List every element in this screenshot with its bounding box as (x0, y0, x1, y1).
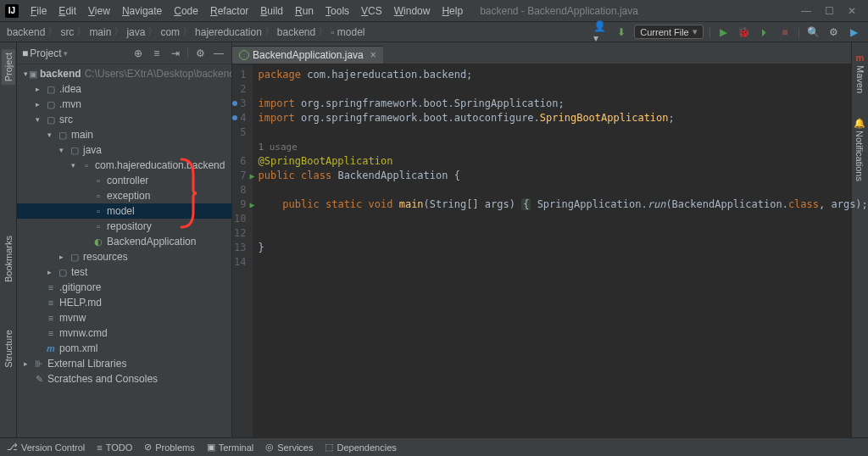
code-line[interactable] (258, 212, 868, 226)
hide-sidebar-icon[interactable]: — (211, 46, 226, 61)
todo-statusbar[interactable]: ≡ TODO (97, 442, 132, 453)
editor-code[interactable]: package com.hajereducation.backend; impo… (253, 64, 868, 437)
tree-item-scratches-and-consoles[interactable]: ✎Scratches and Consoles (17, 371, 231, 386)
chevron-right-icon[interactable]: ▸ (36, 100, 44, 108)
code-line[interactable] (258, 183, 868, 197)
select-target-icon[interactable]: ⊕ (131, 46, 146, 61)
tree-item--gitignore[interactable]: ≡.gitignore (17, 280, 231, 295)
settings-icon[interactable]: ⚙ (826, 25, 841, 40)
tree-item-java[interactable]: ▾▢java (17, 142, 231, 158)
tree-item-main[interactable]: ▾▢main (17, 127, 231, 142)
project-tree[interactable]: ▾▣backend C:\Users\EXtrA\Desktop\backend… (17, 64, 231, 437)
collapse-all-icon[interactable]: ⇥ (168, 46, 183, 61)
editor-gutter[interactable]: 12345 67▶89▶10121314 (232, 64, 253, 437)
code-line[interactable] (258, 125, 868, 140)
gutter-line[interactable]: 9▶ (234, 197, 246, 212)
chevron-right-icon[interactable]: ▸ (36, 85, 44, 93)
run-config-select[interactable]: Current File ▾ (634, 25, 703, 39)
chevron-right-icon[interactable]: ▸ (47, 268, 56, 276)
breadcrumb-java[interactable]: java (126, 26, 145, 38)
bookmarks-tool-tab[interactable]: Bookmarks (2, 232, 15, 286)
tree-item-src[interactable]: ▾▢src (17, 112, 231, 127)
menu-refactor[interactable]: Refactor (205, 3, 253, 19)
menu-file[interactable]: File (25, 3, 52, 19)
tree-item-resources[interactable]: ▸▢resources (17, 249, 231, 264)
code-line[interactable]: } (258, 241, 868, 255)
chevron-down-icon[interactable]: ▾ (24, 70, 28, 78)
code-line[interactable]: public class BackendApplication { (258, 169, 868, 183)
vcs-statusbar[interactable]: ⎇Version Control (7, 442, 85, 453)
breadcrumb-com[interactable]: com (160, 26, 180, 38)
gutter-line[interactable]: 12 (234, 226, 246, 241)
minimize-icon[interactable]: — (801, 5, 811, 17)
code-line[interactable]: public static void main(String[] args) {… (258, 197, 868, 212)
tree-item-repository[interactable]: ▫repository (17, 219, 231, 234)
code-line[interactable] (258, 255, 868, 270)
tab-close-icon[interactable]: × (370, 49, 376, 61)
tree-item-com-hajereducation-backend[interactable]: ▾▫com.hajereducation.backend (17, 158, 231, 173)
gutter-line[interactable]: 8 (234, 183, 246, 197)
gutter-indicator-icon[interactable] (232, 115, 237, 120)
editor-tab-active[interactable]: BackendApplication.java × (232, 46, 383, 64)
tree-item-mvnw[interactable]: ≡mvnw (17, 310, 231, 325)
tree-item-exception[interactable]: ▫exception (17, 188, 231, 203)
code-line[interactable]: import org.springframework.boot.autoconf… (258, 111, 868, 125)
more-run-icon[interactable]: ⏵ (757, 25, 772, 40)
project-tool-tab[interactable]: Project (2, 49, 15, 85)
chevron-right-icon[interactable]: ▸ (24, 359, 32, 368)
gutter-line[interactable]: 2 (234, 82, 246, 97)
tree-item-help-md[interactable]: ≡HELP.md (17, 295, 231, 310)
chevron-down-icon[interactable]: ▾ (47, 131, 56, 139)
debug-icon[interactable]: 🐞 (737, 25, 752, 40)
breadcrumb-backend[interactable]: backend (277, 26, 315, 38)
chevron-down-icon[interactable]: ▾ (36, 115, 44, 124)
gutter-line[interactable]: 7▶ (234, 169, 246, 183)
dependencies-statusbar[interactable]: ⬚ Dependencies (325, 442, 396, 453)
tree-item-backendapplication[interactable]: ◐BackendApplication (17, 234, 231, 249)
menu-edit[interactable]: Edit (53, 3, 81, 19)
code-line[interactable]: package com.hajereducation.backend; (258, 68, 868, 82)
menu-view[interactable]: View (83, 3, 115, 19)
gutter-line[interactable]: 4 (234, 111, 246, 125)
maximize-icon[interactable]: ☐ (825, 5, 834, 17)
gutter-line[interactable]: 1 (234, 68, 246, 82)
chevron-down-icon[interactable]: ▾ (71, 161, 80, 170)
services-statusbar[interactable]: ◎ Services (265, 442, 313, 453)
menu-window[interactable]: Window (389, 3, 436, 19)
tree-item-test[interactable]: ▸▢test (17, 264, 231, 280)
code-line[interactable] (258, 82, 868, 97)
menu-code[interactable]: Code (169, 3, 203, 19)
user-icon[interactable]: 👤▾ (593, 25, 609, 40)
code-line[interactable]: @SpringBootApplication (258, 154, 868, 169)
code-line[interactable]: import org.springframework.boot.SpringAp… (258, 97, 868, 111)
chevron-down-icon[interactable]: ▾ (59, 146, 68, 154)
tree-item-model[interactable]: ▫model (17, 203, 231, 219)
breadcrumb-backend[interactable]: backend (7, 26, 45, 38)
menu-vcs[interactable]: VCS (356, 3, 387, 19)
gutter-indicator-icon[interactable] (232, 101, 237, 106)
tree-item-mvnw-cmd[interactable]: ≡mvnw.cmd (17, 325, 231, 341)
terminal-statusbar[interactable]: ▣ Terminal (207, 442, 254, 453)
tree-item-external-libraries[interactable]: ▸⊪External Libraries (17, 356, 231, 371)
tree-item-pom-xml[interactable]: mpom.xml (17, 341, 231, 356)
tree-item-controller[interactable]: ▫controller (17, 173, 231, 188)
breadcrumb-hajereducation[interactable]: hajereducation (195, 26, 262, 38)
menu-help[interactable]: Help (437, 3, 468, 19)
menu-navigate[interactable]: Navigate (117, 3, 167, 19)
breadcrumb-model[interactable]: ▫ model (331, 26, 364, 38)
menu-build[interactable]: Build (255, 3, 288, 19)
tree-item--mvn[interactable]: ▸▢.mvn (17, 97, 231, 112)
code-usage-hint[interactable]: 1 usage (258, 140, 868, 154)
gutter-line[interactable]: 5 (234, 125, 246, 140)
gutter-line[interactable]: 3 (234, 97, 246, 111)
problems-statusbar[interactable]: ⊘ Problems (144, 442, 194, 453)
gutter-line[interactable]: 13 (234, 241, 246, 255)
run-icon[interactable]: ▶ (716, 25, 732, 40)
tree-item-backend[interactable]: ▾▣backend C:\Users\EXtrA\Desktop\backend… (17, 66, 231, 81)
search-icon[interactable]: 🔍 (805, 25, 821, 40)
structure-tool-tab[interactable]: Structure (2, 326, 15, 371)
breadcrumb-src[interactable]: src (60, 26, 74, 38)
chevron-right-icon[interactable]: ▸ (59, 253, 68, 261)
gutter-line[interactable]: 6 (234, 154, 246, 169)
actions-icon[interactable]: ▶ (846, 25, 861, 40)
